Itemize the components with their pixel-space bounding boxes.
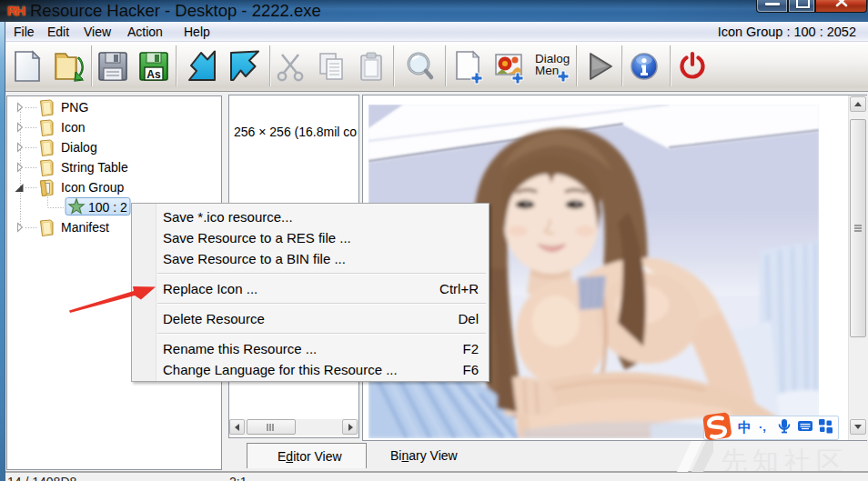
svg-text:·,: ·, — [759, 420, 766, 434]
svg-text:As: As — [146, 68, 161, 81]
svg-text:Men: Men — [535, 64, 559, 77]
svg-text:中: 中 — [738, 419, 752, 435]
